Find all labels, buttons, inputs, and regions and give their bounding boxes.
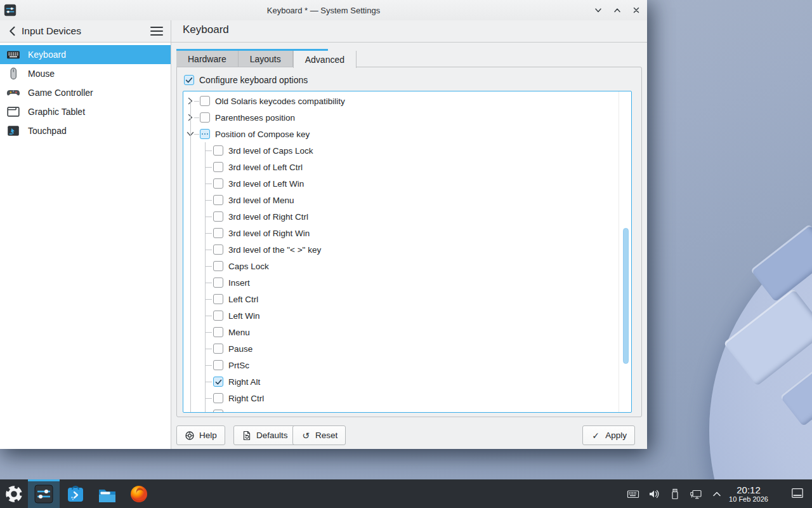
checkbox-unchecked[interactable] <box>213 294 223 304</box>
sidebar: Keyboard Mouse Game Controller Graphic T… <box>0 43 171 449</box>
task-system-settings[interactable] <box>28 479 60 508</box>
tree-scrollbar[interactable] <box>623 228 629 364</box>
sidebar-item-touchpad[interactable]: Touchpad <box>0 121 171 140</box>
tab-layouts[interactable]: Layouts <box>239 51 293 67</box>
tree-row-3rd-level-of-menu[interactable]: 3rd level of Menu <box>183 192 631 208</box>
tree-row-old-solaris-keycodes-compatibility[interactable]: Old Solaris keycodes compatibility <box>183 93 631 109</box>
hamburger-menu-icon[interactable] <box>150 25 163 37</box>
show-desktop-button[interactable] <box>790 487 804 500</box>
checkbox-unchecked[interactable] <box>213 410 223 413</box>
tree-item-label: 3rd level of Right Win <box>228 229 310 238</box>
checkbox-partial[interactable] <box>200 129 210 139</box>
clock-time: 20:12 <box>737 485 761 495</box>
tree-row-3rd-level-of-left-win[interactable]: 3rd level of Left Win <box>183 175 631 192</box>
apply-check-icon: ✓ <box>591 431 601 441</box>
tree-branch-line <box>205 349 212 349</box>
tree-row-right-alt[interactable]: Right Alt <box>183 373 631 390</box>
scrollbar-gutter <box>619 91 619 413</box>
check-icon <box>214 378 223 386</box>
checkbox-unchecked[interactable] <box>200 96 210 106</box>
tab-hardware[interactable]: Hardware <box>176 51 239 67</box>
digital-clock[interactable]: 20:12 10 Feb 2026 <box>723 479 774 508</box>
defaults-button[interactable]: Defaults <box>233 425 296 445</box>
configure-options-row[interactable]: Configure keyboard options <box>184 75 308 85</box>
maximize-button[interactable] <box>609 2 625 18</box>
tree-branch-line <box>205 365 212 366</box>
display-icon[interactable] <box>690 488 702 500</box>
checkbox-unchecked[interactable] <box>213 327 223 337</box>
checkbox-unchecked[interactable] <box>213 344 223 354</box>
task-firefox[interactable] <box>123 479 155 508</box>
tree-row-insert[interactable]: Insert <box>183 274 631 291</box>
checkbox-checked[interactable] <box>213 377 223 387</box>
tree-item-label: Parentheses position <box>215 113 295 123</box>
sidebar-header: Input Devices <box>0 20 171 42</box>
configure-options-checkbox[interactable] <box>184 75 194 85</box>
checkbox-unchecked[interactable] <box>213 311 223 321</box>
checkbox-unchecked[interactable] <box>213 360 223 370</box>
close-button[interactable] <box>628 2 645 18</box>
firefox-icon <box>129 484 149 504</box>
discover-icon <box>65 484 86 504</box>
application-launcher-button[interactable] <box>0 479 28 508</box>
checkbox-unchecked[interactable] <box>213 393 223 403</box>
tree-row-pause[interactable]: Pause <box>183 340 631 357</box>
sidebar-item-mouse[interactable]: Mouse <box>0 64 171 83</box>
tree-row-3rd-level-of-right-win[interactable]: 3rd level of Right Win <box>183 225 631 241</box>
system-settings-icon <box>34 484 54 504</box>
tree-row-parentheses-position[interactable]: Parentheses position <box>183 109 631 126</box>
checkbox-unchecked[interactable] <box>213 244 223 255</box>
checkbox-unchecked[interactable] <box>200 112 210 123</box>
taskbar: 20:12 10 Feb 2026 <box>0 479 812 508</box>
defaults-icon <box>242 431 252 441</box>
usb-icon[interactable] <box>669 488 681 500</box>
back-button[interactable] <box>6 23 19 39</box>
tree-branch-line <box>205 398 212 399</box>
help-button[interactable]: Help <box>176 425 225 445</box>
sidebar-item-keyboard[interactable]: Keyboard <box>0 45 171 64</box>
tree-row-position-of-compose-key[interactable]: Position of Compose key <box>183 126 631 142</box>
sidebar-item-graphic-tablet[interactable]: Graphic Tablet <box>0 102 171 121</box>
tree-item-label: Caps Lock <box>228 262 269 271</box>
checkbox-unchecked[interactable] <box>213 277 223 288</box>
checkbox-unchecked[interactable] <box>213 228 223 238</box>
volume-icon[interactable] <box>648 488 660 500</box>
tree-row-prtsc[interactable]: PrtSc <box>183 357 631 373</box>
tree-row-3rd-level-of-the-key[interactable]: 3rd level of the "< >" key <box>183 241 631 258</box>
tree-item-label: Left Win <box>228 311 260 321</box>
checkbox-unchecked[interactable] <box>213 178 223 189</box>
tree-branch-line <box>194 101 199 102</box>
tree-item-label: 3rd level of the "< >" key <box>228 245 321 255</box>
checkbox-unchecked[interactable] <box>213 145 223 156</box>
tree-row-3rd-level-of-left-ctrl[interactable]: 3rd level of Left Ctrl <box>183 159 631 175</box>
task-dolphin[interactable] <box>91 479 123 508</box>
tree-row-left-win[interactable]: Left Win <box>183 307 631 324</box>
tree-row-menu[interactable]: Menu <box>183 324 631 340</box>
tree-row-3rd-level-of-caps-lock[interactable]: 3rd level of Caps Lock <box>183 142 631 159</box>
tree-row-left-ctrl[interactable]: Left Ctrl <box>183 291 631 307</box>
checkbox-unchecked[interactable] <box>213 162 223 172</box>
sidebar-item-label: Keyboard <box>28 50 66 60</box>
chevron-up-icon[interactable] <box>710 488 723 500</box>
tree-item-label: Left Ctrl <box>228 295 258 304</box>
checkbox-unchecked[interactable] <box>213 195 223 205</box>
apply-button[interactable]: ✓ Apply <box>582 425 635 445</box>
tab-advanced[interactable]: Advanced <box>293 51 357 68</box>
breadcrumb[interactable]: Input Devices <box>22 25 81 37</box>
task-discover[interactable] <box>60 479 91 508</box>
keyboard-tray-icon[interactable] <box>627 488 639 500</box>
sidebar-item-game-controller[interactable]: Game Controller <box>0 83 171 102</box>
minimize-button[interactable] <box>590 2 606 18</box>
tree-row-3rd-level-of-right-ctrl[interactable]: 3rd level of Right Ctrl <box>183 208 631 225</box>
clock-date: 10 Feb 2026 <box>729 495 768 504</box>
reset-icon: ↺ <box>301 431 311 441</box>
checkbox-unchecked[interactable] <box>213 211 223 222</box>
reset-button[interactable]: ↺ Reset <box>292 425 346 445</box>
tree-row-right-win[interactable]: Right Win <box>183 406 631 413</box>
tab-bar: HardwareLayoutsAdvanced <box>176 51 357 67</box>
titlebar[interactable]: Keyboard * — System Settings <box>0 0 647 20</box>
checkbox-unchecked[interactable] <box>213 261 223 271</box>
tree-row-caps-lock[interactable]: Caps Lock <box>183 258 631 274</box>
tree-row-right-ctrl[interactable]: Right Ctrl <box>183 390 631 406</box>
keyboard-options-tree[interactable]: Old Solaris keycodes compatibilityParent… <box>183 91 632 413</box>
